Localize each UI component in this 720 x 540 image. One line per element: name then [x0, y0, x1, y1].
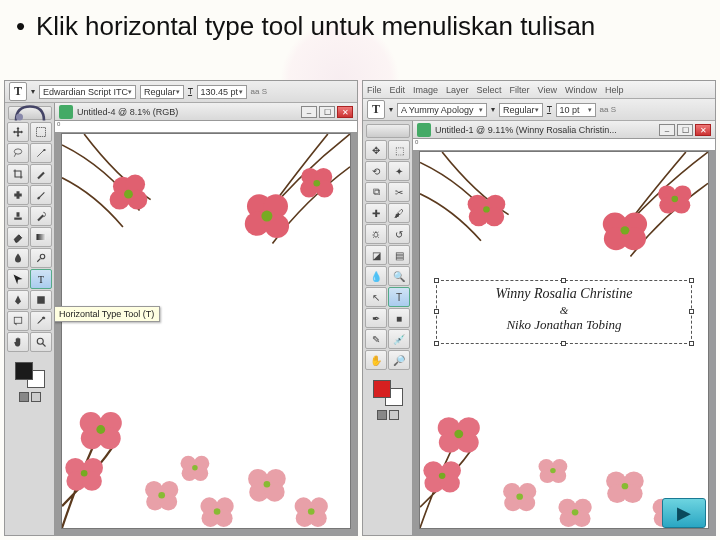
svg-point-90 — [671, 196, 678, 202]
path-tool-icon[interactable] — [7, 269, 29, 289]
selection-handle[interactable] — [561, 341, 566, 346]
crop-tool-icon[interactable]: ⧉ — [365, 182, 387, 202]
blur-tool-icon[interactable] — [7, 248, 29, 268]
eraser-tool-icon[interactable] — [7, 227, 29, 247]
font-size-dropdown[interactable]: 10 pt — [556, 103, 596, 117]
marquee-tool-icon[interactable] — [30, 122, 52, 142]
svg-point-84 — [620, 226, 629, 234]
font-size-icon: T̲ — [188, 87, 193, 96]
quickmask-icon[interactable] — [377, 410, 387, 420]
selection-handle[interactable] — [689, 309, 694, 314]
move-tool-icon[interactable]: ✥ — [365, 140, 387, 160]
history-brush-icon[interactable] — [30, 206, 52, 226]
crop-tool-icon[interactable] — [7, 164, 29, 184]
font-size-dropdown[interactable]: 130.45 pt — [197, 85, 247, 99]
notes-tool-icon[interactable] — [7, 311, 29, 331]
screenmode-icon[interactable] — [389, 410, 399, 420]
selection-handle[interactable] — [689, 341, 694, 346]
font-size-icon: T̲ — [547, 105, 552, 114]
history-brush-icon[interactable]: ↺ — [388, 224, 410, 244]
canvas[interactable] — [61, 133, 351, 529]
svg-rect-1 — [37, 128, 46, 137]
gradient-tool-icon[interactable]: ▤ — [388, 245, 410, 265]
svg-rect-11 — [14, 317, 22, 323]
pen-tool-icon[interactable]: ✒ — [365, 308, 387, 328]
hand-tool-icon[interactable]: ✋ — [365, 350, 387, 370]
notes-tool-icon[interactable]: ✎ — [365, 329, 387, 349]
svg-point-8 — [40, 254, 45, 259]
font-family-dropdown[interactable]: A Yummy Apology — [397, 103, 487, 117]
toolbox: ✥ ⬚ ⟲ ✦ ⧉ ✂ ✚ 🖌 ⛭ ↺ ◪ ▤ 💧 🔍 ↖ T ✒ — [363, 121, 413, 535]
selection-handle[interactable] — [561, 278, 566, 283]
eyedropper-tool-icon[interactable] — [30, 311, 52, 331]
minimize-button[interactable]: – — [659, 124, 675, 136]
menu-select[interactable]: Select — [477, 85, 502, 95]
font-family-dropdown[interactable]: Edwardian Script ITC — [39, 85, 136, 99]
selection-handle[interactable] — [434, 278, 439, 283]
zoom-tool-icon[interactable] — [30, 332, 52, 352]
blur-tool-icon[interactable]: 💧 — [365, 266, 387, 286]
pen-tool-icon[interactable] — [7, 290, 29, 310]
quickmask-icon[interactable] — [19, 392, 29, 402]
slice-tool-icon[interactable]: ✂ — [388, 182, 410, 202]
maximize-button[interactable]: ☐ — [319, 106, 335, 118]
brush-tool-icon[interactable]: 🖌 — [388, 203, 410, 223]
eraser-tool-icon[interactable]: ◪ — [365, 245, 387, 265]
type-tool-icon[interactable]: T — [30, 269, 52, 289]
menu-view[interactable]: View — [538, 85, 557, 95]
dodge-tool-icon[interactable] — [30, 248, 52, 268]
hand-tool-icon[interactable] — [7, 332, 29, 352]
menu-file[interactable]: File — [367, 85, 382, 95]
selection-handle[interactable] — [434, 309, 439, 314]
menu-edit[interactable]: Edit — [390, 85, 406, 95]
brush-tool-icon[interactable] — [30, 185, 52, 205]
canvas[interactable]: Winny Rosalia Christine & Niko Jonathan … — [419, 151, 709, 529]
heal-tool-icon[interactable] — [7, 185, 29, 205]
shape-tool-icon[interactable] — [30, 290, 52, 310]
screenmode-icon[interactable] — [31, 392, 41, 402]
gradient-tool-icon[interactable] — [30, 227, 52, 247]
menu-window[interactable]: Window — [565, 85, 597, 95]
maximize-button[interactable]: ☐ — [677, 124, 693, 136]
dodge-tool-icon[interactable]: 🔍 — [388, 266, 410, 286]
svg-point-2 — [14, 149, 22, 154]
minimize-button[interactable]: – — [301, 106, 317, 118]
svg-point-36 — [96, 425, 105, 434]
text-selection-box[interactable]: Winny Rosalia Christine & Niko Jonathan … — [436, 280, 692, 344]
type-tool-preset-icon[interactable]: T — [367, 100, 385, 119]
shape-tool-icon[interactable]: ■ — [388, 308, 410, 328]
menu-filter[interactable]: Filter — [510, 85, 530, 95]
slice-tool-icon[interactable] — [30, 164, 52, 184]
zoom-tool-icon[interactable]: 🔎 — [388, 350, 410, 370]
selection-handle[interactable] — [689, 278, 694, 283]
svg-rect-6 — [14, 218, 22, 220]
menu-help[interactable]: Help — [605, 85, 624, 95]
type-tool-icon[interactable]: T — [388, 287, 410, 307]
lasso-tool-icon[interactable] — [7, 143, 29, 163]
typed-text-line2: Niko Jonathan Tobing — [441, 317, 687, 334]
path-tool-icon[interactable]: ↖ — [365, 287, 387, 307]
options-bar: T ▾ A Yummy Apology ▾ Regular T̲ 10 pt a… — [363, 99, 715, 121]
fg-color-swatch[interactable] — [373, 380, 391, 398]
heal-tool-icon[interactable]: ✚ — [365, 203, 387, 223]
selection-handle[interactable] — [434, 341, 439, 346]
wand-tool-icon[interactable] — [30, 143, 52, 163]
eyedropper-tool-icon[interactable]: 💉 — [388, 329, 410, 349]
stamp-tool-icon[interactable]: ⛭ — [365, 224, 387, 244]
font-style-value: Regular — [144, 87, 176, 97]
wand-tool-icon[interactable]: ✦ — [388, 161, 410, 181]
document-title-text: Untitled-4 @ 8.1% (RGB) — [77, 107, 178, 117]
next-slide-button[interactable]: ▶ — [662, 498, 706, 528]
font-style-dropdown[interactable]: Regular — [140, 85, 184, 99]
fg-color-swatch[interactable] — [15, 362, 33, 380]
stamp-tool-icon[interactable] — [7, 206, 29, 226]
move-tool-icon[interactable] — [7, 122, 29, 142]
font-style-dropdown[interactable]: Regular — [499, 103, 543, 117]
type-tool-preset-icon[interactable]: T — [9, 82, 27, 101]
marquee-tool-icon[interactable]: ⬚ — [388, 140, 410, 160]
menu-layer[interactable]: Layer — [446, 85, 469, 95]
menu-image[interactable]: Image — [413, 85, 438, 95]
lasso-tool-icon[interactable]: ⟲ — [365, 161, 387, 181]
close-window-button[interactable]: ✕ — [695, 124, 711, 136]
close-window-button[interactable]: ✕ — [337, 106, 353, 118]
